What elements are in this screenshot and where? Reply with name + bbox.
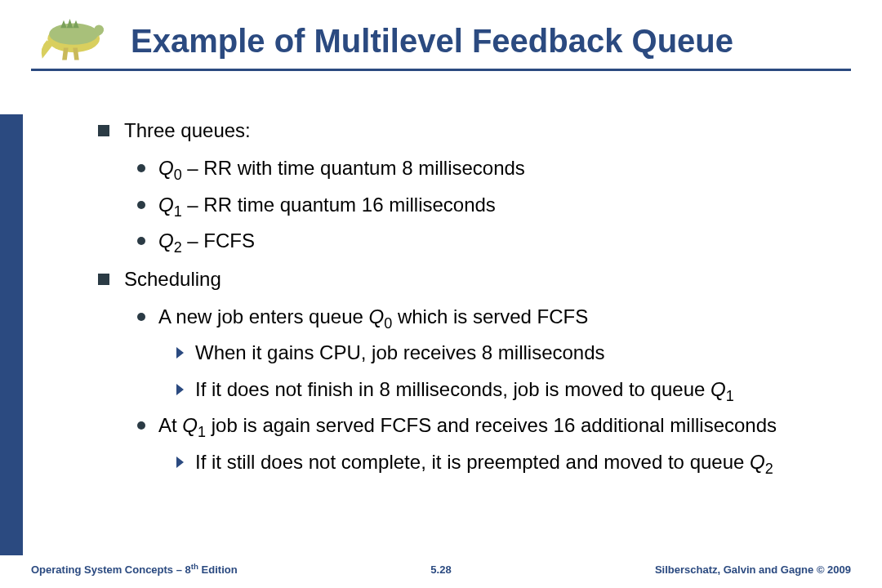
- bullet-text: If it still does not complete, it is pre…: [195, 449, 833, 475]
- bullet-new-job: A new job enters queue Q0 which is serve…: [137, 304, 833, 330]
- bullet-three-queues: Three queues:: [98, 118, 833, 144]
- bullet-still-not: If it still does not complete, it is pre…: [176, 449, 833, 475]
- dinosaur-logo: [31, 5, 109, 66]
- left-sidebar-stripe: [0, 114, 23, 555]
- footer-right: Silberschatz, Galvin and Gagne © 2009: [655, 564, 851, 576]
- bullet-text: Q1 – RR time quantum 16 milliseconds: [158, 192, 833, 218]
- bullet-text: Three queues:: [124, 118, 833, 144]
- dot-bullet-icon: [137, 421, 145, 430]
- footer: Operating System Concepts – 8th Edition …: [0, 564, 882, 580]
- slide-content: Three queues: Q0 – RR with time quantum …: [98, 106, 833, 485]
- dot-bullet-icon: [137, 313, 145, 321]
- triangle-bullet-icon: [176, 457, 184, 468]
- triangle-bullet-icon: [176, 347, 184, 359]
- bullet-text: Q2 – FCFS: [158, 228, 833, 254]
- bullet-at-q1: At Q1 job is again served FCFS and recei…: [137, 412, 833, 439]
- slide-title: Example of Multilevel Feedback Queue: [131, 23, 849, 60]
- svg-point-2: [95, 24, 104, 33]
- title-underline: [31, 69, 851, 71]
- dot-bullet-icon: [137, 164, 145, 172]
- bullet-q2: Q2 – FCFS: [137, 228, 833, 254]
- slide: Example of Multilevel Feedback Queue Thr…: [0, 0, 882, 588]
- bullet-text: A new job enters queue Q0 which is serve…: [158, 304, 833, 330]
- bullet-q1: Q1 – RR time quantum 16 milliseconds: [137, 192, 833, 218]
- bullet-gains-cpu: When it gains CPU, job receives 8 millis…: [176, 340, 833, 366]
- square-bullet-icon: [98, 125, 109, 136]
- dot-bullet-icon: [137, 237, 145, 245]
- bullet-not-finish-8: If it does not finish in 8 milliseconds,…: [176, 376, 833, 403]
- square-bullet-icon: [98, 274, 109, 285]
- bullet-text: Q0 – RR with time quantum 8 milliseconds: [158, 155, 833, 181]
- bullet-text: At Q1 job is again served FCFS and recei…: [158, 412, 833, 439]
- bullet-text: If it does not finish in 8 milliseconds,…: [195, 376, 833, 403]
- bullet-text: When it gains CPU, job receives 8 millis…: [195, 340, 833, 366]
- bullet-text: Scheduling: [124, 266, 833, 292]
- triangle-bullet-icon: [176, 384, 184, 395]
- bullet-q0: Q0 – RR with time quantum 8 milliseconds: [137, 155, 833, 181]
- bullet-scheduling: Scheduling: [98, 266, 833, 292]
- dot-bullet-icon: [137, 201, 145, 209]
